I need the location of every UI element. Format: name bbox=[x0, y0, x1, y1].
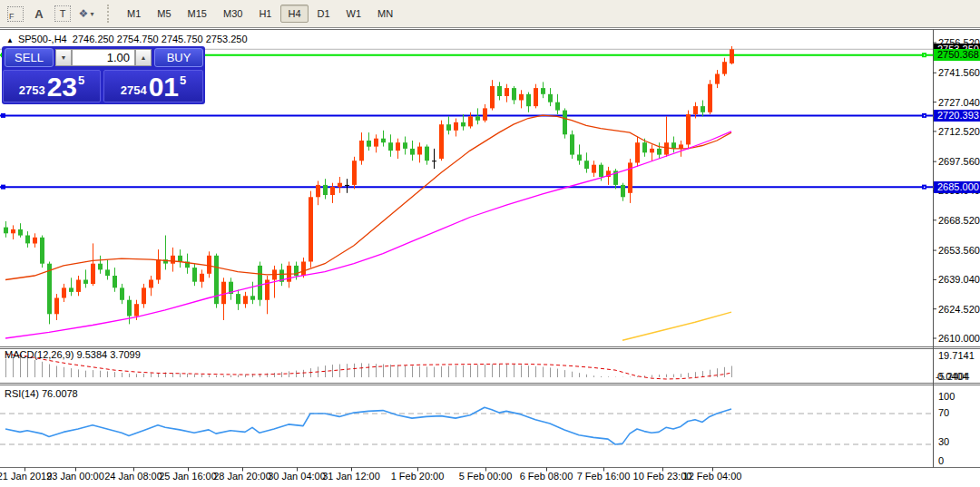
candle-40 bbox=[294, 266, 299, 276]
candle-7 bbox=[54, 298, 59, 315]
candle-59 bbox=[432, 161, 436, 161]
candle-80 bbox=[584, 161, 589, 169]
text-tool-button[interactable]: T bbox=[52, 4, 74, 24]
buy-price-big: 01 bbox=[149, 76, 179, 99]
candle-87 bbox=[635, 142, 640, 162]
candle-23 bbox=[171, 256, 175, 264]
candle-19 bbox=[142, 287, 146, 304]
shapes-icon: ❖ bbox=[79, 7, 89, 20]
volume-increase-button[interactable]: ▲ bbox=[135, 49, 152, 66]
candle-10 bbox=[76, 280, 81, 292]
timeframe-button-d1[interactable]: D1 bbox=[310, 5, 338, 23]
symbol-label: SP500-,H4 bbox=[18, 34, 67, 44]
macd-histogram bbox=[6, 354, 732, 377]
candle-75 bbox=[548, 94, 553, 102]
timeframe-button-m30[interactable]: M30 bbox=[216, 5, 250, 23]
candle-29 bbox=[214, 256, 219, 304]
timeframe-buttons: M1M5M15M30H1H4D1W1MN bbox=[119, 5, 401, 23]
candle-33 bbox=[243, 296, 248, 304]
line-handle-right[interactable] bbox=[922, 185, 926, 190]
candle-49 bbox=[359, 141, 364, 161]
candle-20 bbox=[149, 280, 153, 288]
candle-45 bbox=[330, 187, 335, 195]
text-icon: T bbox=[54, 5, 71, 22]
line-handle-right[interactable] bbox=[922, 113, 926, 118]
candle-44 bbox=[323, 185, 328, 195]
candle-73 bbox=[534, 88, 538, 106]
sell-price-display[interactable]: 2753 23 5 bbox=[3, 70, 101, 102]
candle-100 bbox=[730, 49, 734, 63]
buy-price-display[interactable]: 2754 01 5 bbox=[103, 70, 203, 102]
candle-35 bbox=[258, 266, 262, 300]
candle-17 bbox=[127, 300, 132, 317]
candle-50 bbox=[367, 141, 371, 147]
time-label: 7 Feb 16:00 bbox=[577, 471, 631, 482]
line-handle-right[interactable] bbox=[922, 53, 926, 57]
rsi-scale-0: 0 bbox=[938, 455, 944, 466]
ma-fast-line bbox=[5, 115, 731, 279]
candle-81 bbox=[592, 165, 596, 173]
candle-32 bbox=[236, 294, 240, 304]
line-handle-dot bbox=[924, 54, 925, 55]
buy-price-prefix: 2754 bbox=[121, 84, 147, 99]
candle-94 bbox=[686, 114, 691, 144]
volume-input[interactable] bbox=[72, 49, 135, 66]
candle-12 bbox=[91, 264, 95, 284]
candle-1 bbox=[11, 229, 15, 233]
buy-button[interactable]: BUY bbox=[154, 48, 203, 67]
timeframe-button-m5[interactable]: M5 bbox=[150, 5, 178, 23]
candle-63 bbox=[461, 122, 466, 127]
high-value: 2754.750 bbox=[117, 34, 159, 44]
sell-price-prefix: 2753 bbox=[19, 84, 45, 99]
time-label: 5 Feb 00:00 bbox=[459, 471, 513, 482]
sell-button[interactable]: SELL bbox=[5, 48, 54, 67]
candle-16 bbox=[120, 287, 124, 299]
line-handle-dot bbox=[924, 187, 925, 188]
cursor-tool-button[interactable]: A bbox=[28, 4, 50, 24]
timeframe-button-w1[interactable]: W1 bbox=[339, 5, 369, 23]
line-handle-left[interactable] bbox=[1, 113, 5, 118]
timeframe-button-m1[interactable]: M1 bbox=[120, 5, 148, 23]
candle-93 bbox=[679, 144, 683, 149]
candle-62 bbox=[454, 122, 458, 131]
candle-86 bbox=[628, 162, 632, 192]
line-price-label[interactable]: 2685.000 bbox=[934, 181, 980, 193]
timeframe-button-mn[interactable]: MN bbox=[370, 5, 400, 23]
template-tool-button[interactable]: F bbox=[5, 4, 26, 24]
candle-51 bbox=[374, 139, 378, 147]
sell-price-big: 23 bbox=[47, 76, 77, 99]
macd-signal-line bbox=[5, 354, 731, 379]
time-label: 25 Jan 16:00 bbox=[159, 471, 217, 482]
line-handle-left[interactable] bbox=[1, 185, 5, 190]
candle-53 bbox=[388, 142, 393, 151]
candle-97 bbox=[708, 84, 712, 112]
candle-2 bbox=[18, 229, 23, 236]
line-price-label[interactable]: 2720.393 bbox=[934, 110, 980, 122]
chevron-down-icon: ▾ bbox=[90, 10, 93, 18]
timeframe-button-m15[interactable]: M15 bbox=[181, 5, 214, 23]
price-tick: 2727.040 bbox=[938, 97, 980, 108]
price-tick: 2697.560 bbox=[938, 156, 980, 167]
candle-65 bbox=[475, 116, 480, 121]
candle-84 bbox=[613, 170, 618, 185]
time-label: 6 Feb 08:00 bbox=[520, 471, 573, 482]
template-icon: F bbox=[7, 6, 24, 22]
candle-41 bbox=[301, 262, 306, 277]
candle-39 bbox=[287, 266, 291, 282]
ma-long-line bbox=[622, 312, 731, 340]
candle-13 bbox=[98, 264, 103, 270]
line-price-label[interactable]: 2750.368 bbox=[934, 49, 980, 61]
volume-decrease-button[interactable]: ▼ bbox=[55, 49, 72, 66]
timeframe-button-h1[interactable]: H1 bbox=[251, 5, 279, 23]
shapes-tool-button[interactable]: ❖ ▾ bbox=[75, 4, 97, 24]
price-tick: 2712.520 bbox=[938, 126, 980, 137]
candle-26 bbox=[192, 268, 197, 282]
candle-99 bbox=[722, 62, 727, 73]
candle-47 bbox=[345, 185, 349, 186]
price-tick: 2653.560 bbox=[938, 245, 980, 256]
candle-92 bbox=[671, 142, 676, 149]
candle-9 bbox=[69, 287, 74, 292]
timeframe-button-h4[interactable]: H4 bbox=[280, 5, 308, 23]
candle-34 bbox=[250, 296, 255, 299]
trading-terminal-window: { "toolbar": { "tool_buttons": [ {"id": … bbox=[0, 0, 980, 487]
